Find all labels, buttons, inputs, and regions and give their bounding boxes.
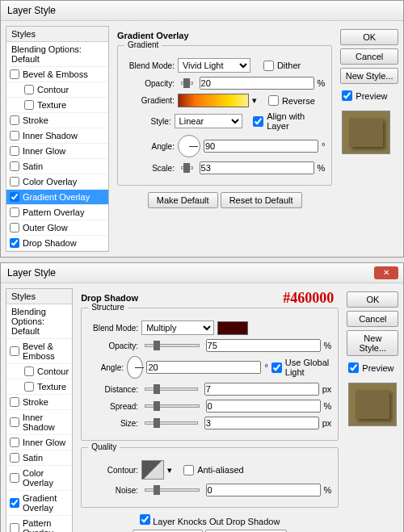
style-item[interactable]: Inner Shadow bbox=[6, 410, 72, 435]
knockout-checkbox[interactable] bbox=[140, 514, 150, 525]
style-checkbox[interactable] bbox=[10, 397, 19, 407]
angle-dial[interactable] bbox=[178, 135, 200, 157]
style-checkbox[interactable] bbox=[24, 382, 34, 392]
buttons-panel: OK Cancel New Style... Preview bbox=[340, 26, 398, 252]
style-checkbox[interactable] bbox=[10, 69, 19, 79]
style-checkbox[interactable] bbox=[24, 100, 34, 110]
angle-input[interactable] bbox=[146, 361, 261, 374]
style-checkbox[interactable] bbox=[24, 85, 34, 94]
style-item[interactable]: Color Overlay bbox=[6, 466, 72, 491]
distance-input[interactable] bbox=[204, 383, 319, 396]
style-item[interactable]: Color Overlay bbox=[6, 174, 108, 190]
blending-options[interactable]: Blending Options: Default bbox=[6, 304, 72, 339]
style-checkbox[interactable] bbox=[10, 115, 19, 125]
noise-slider[interactable] bbox=[145, 488, 199, 492]
style-checkbox[interactable] bbox=[10, 346, 19, 356]
style-checkbox[interactable] bbox=[10, 223, 19, 232]
style-checkbox[interactable] bbox=[10, 238, 19, 248]
opacity-input[interactable] bbox=[206, 339, 321, 352]
angle-dial[interactable] bbox=[127, 356, 143, 379]
styles-panel: Styles Blending Options: Default Bevel &… bbox=[6, 288, 73, 532]
color-swatch[interactable] bbox=[217, 321, 248, 335]
style-checkbox[interactable] bbox=[10, 131, 19, 140]
style-item[interactable]: Bevel & Emboss bbox=[6, 339, 72, 364]
style-item[interactable]: Texture bbox=[6, 379, 72, 395]
style-item[interactable]: Satin bbox=[6, 450, 72, 466]
style-item[interactable]: Satin bbox=[6, 159, 108, 174]
style-checkbox[interactable] bbox=[10, 523, 19, 532]
style-select[interactable]: Linear bbox=[175, 114, 242, 128]
style-item[interactable]: Gradient Overlay bbox=[6, 190, 108, 205]
style-checkbox[interactable] bbox=[24, 367, 34, 376]
style-checkbox[interactable] bbox=[10, 473, 19, 483]
preview-checkbox[interactable] bbox=[342, 90, 352, 101]
style-checkbox[interactable] bbox=[10, 177, 19, 186]
px-label: px bbox=[322, 418, 332, 428]
spread-input[interactable] bbox=[206, 400, 321, 413]
styles-header[interactable]: Styles bbox=[6, 289, 72, 304]
opacity-slider[interactable] bbox=[145, 344, 199, 347]
style-item[interactable]: Gradient Overlay bbox=[6, 491, 72, 516]
new-style-button[interactable]: New Style... bbox=[340, 68, 398, 84]
style-item[interactable]: Contour bbox=[6, 364, 72, 379]
size-slider[interactable] bbox=[145, 421, 198, 425]
blend-mode-select[interactable]: Vivid Light bbox=[178, 58, 250, 73]
close-icon[interactable]: ✕ bbox=[374, 266, 398, 279]
style-item[interactable]: Pattern Overlay bbox=[6, 516, 72, 532]
scale-slider[interactable] bbox=[181, 166, 193, 170]
dither-checkbox[interactable] bbox=[263, 61, 274, 71]
style-checkbox[interactable] bbox=[10, 207, 19, 217]
anti-aliased-checkbox[interactable] bbox=[183, 465, 194, 475]
noise-input[interactable] bbox=[206, 484, 321, 496]
cancel-button[interactable]: Cancel bbox=[340, 48, 398, 65]
size-input[interactable] bbox=[204, 417, 319, 429]
preview-checkbox[interactable] bbox=[348, 362, 359, 373]
scale-input[interactable] bbox=[200, 161, 314, 174]
style-checkbox[interactable] bbox=[10, 438, 19, 447]
new-style-button[interactable]: New Style... bbox=[347, 330, 398, 356]
preview-swatch bbox=[342, 111, 390, 154]
style-item[interactable]: Drop Shadow bbox=[6, 236, 108, 251]
style-item[interactable]: Texture bbox=[6, 98, 108, 113]
make-default-button[interactable]: Make Default bbox=[148, 192, 218, 208]
dropdown-icon[interactable]: ▾ bbox=[167, 465, 172, 475]
reset-default-button[interactable]: Reset to Default bbox=[221, 192, 302, 208]
align-checkbox[interactable] bbox=[253, 116, 263, 127]
opacity-slider[interactable] bbox=[181, 82, 193, 85]
styles-header[interactable]: Styles bbox=[6, 27, 108, 42]
ok-button[interactable]: OK bbox=[340, 29, 398, 45]
style-checkbox[interactable] bbox=[10, 498, 19, 508]
style-checkbox[interactable] bbox=[10, 161, 19, 171]
preview-label: Preview bbox=[356, 91, 387, 101]
style-item[interactable]: Stroke bbox=[6, 395, 72, 410]
style-label: Outer Glow bbox=[23, 223, 68, 232]
opacity-input[interactable] bbox=[200, 77, 314, 90]
contour-swatch[interactable] bbox=[141, 460, 164, 480]
style-item[interactable]: Outer Glow bbox=[6, 220, 108, 236]
style-item[interactable]: Pattern Overlay bbox=[6, 205, 108, 220]
distance-slider[interactable] bbox=[145, 387, 198, 391]
style-checkbox[interactable] bbox=[10, 146, 19, 156]
gradient-swatch[interactable] bbox=[178, 94, 249, 107]
cancel-button[interactable]: Cancel bbox=[347, 311, 398, 327]
style-item[interactable]: Inner Glow bbox=[6, 144, 108, 159]
style-checkbox[interactable] bbox=[10, 192, 19, 202]
angle-input[interactable] bbox=[204, 140, 318, 153]
style-item[interactable]: Inner Shadow bbox=[6, 128, 108, 144]
style-checkbox[interactable] bbox=[10, 417, 19, 427]
pct-label: % bbox=[324, 341, 332, 350]
global-light-checkbox[interactable] bbox=[271, 362, 282, 373]
style-item[interactable]: Contour bbox=[6, 82, 108, 98]
dropdown-icon[interactable]: ▾ bbox=[252, 95, 257, 106]
ok-button[interactable]: OK bbox=[347, 291, 398, 308]
style-item[interactable]: Bevel & Emboss bbox=[6, 67, 108, 82]
distance-label: Distance: bbox=[88, 385, 138, 394]
blending-options[interactable]: Blending Options: Default bbox=[6, 42, 108, 67]
style-checkbox[interactable] bbox=[10, 453, 19, 463]
reverse-checkbox[interactable] bbox=[268, 95, 279, 106]
style-label: Pattern Overlay bbox=[23, 207, 84, 217]
spread-slider[interactable] bbox=[145, 404, 199, 408]
blend-mode-select[interactable]: Multiply bbox=[141, 320, 214, 335]
style-item[interactable]: Inner Glow bbox=[6, 435, 72, 450]
style-item[interactable]: Stroke bbox=[6, 113, 108, 128]
